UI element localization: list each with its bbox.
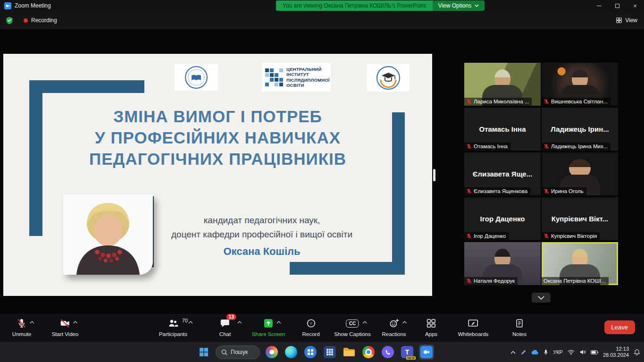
participants-label: Participants: [159, 331, 187, 337]
tray-mic-icon[interactable]: [544, 349, 548, 355]
participant-name: Ладижець Ірина Мих...: [551, 143, 608, 149]
unmute-label: Unmute: [12, 331, 31, 337]
mic-muted-icon: [544, 233, 549, 239]
notes-button[interactable]: Notes: [512, 317, 527, 337]
mic-muted-icon: [466, 278, 472, 284]
system-tray: УКР 12:13 28.03.2024: [510, 346, 640, 358]
participant-tile[interactable]: Ирина Оголь: [542, 152, 618, 195]
clock-date: 28.03.2024: [603, 352, 629, 358]
meeting-info-bar: Recording View: [0, 11, 644, 29]
view-options-button[interactable]: View Options: [433, 0, 485, 11]
security-shield-icon[interactable]: [6, 17, 13, 25]
start-video-button[interactable]: Start Video: [52, 317, 79, 337]
notes-icon: [514, 318, 525, 328]
participant-tile[interactable]: Лариса Миколаївна ...: [464, 63, 541, 106]
viber-app-button[interactable]: [380, 345, 395, 360]
reactions-button[interactable]: Reactions: [382, 317, 406, 337]
taskbar-search[interactable]: Пошук: [216, 345, 260, 359]
view-button[interactable]: View: [616, 17, 637, 24]
teams-app-button[interactable]: T NEW: [400, 345, 415, 360]
start-video-label: Start Video: [52, 331, 79, 337]
participant-tile[interactable]: Єлизавета Яще... Єлизавета Ященкова: [464, 152, 541, 195]
participants-icon: [167, 318, 179, 329]
unmute-button[interactable]: Unmute: [12, 317, 31, 337]
zoom-app-button[interactable]: [419, 345, 434, 360]
central-institute-logo: ЦЕНТРАЛЬНИЙ ІНСТИТУТ ПІСЛЯДИПЛОМНОЇ ОСВІ…: [262, 63, 331, 92]
mic-muted-icon: [466, 233, 472, 239]
recording-indicator: Recording: [24, 17, 57, 24]
edge-icon: [285, 346, 297, 358]
participant-tile[interactable]: Ігор Даценко Ігор Даценко: [464, 197, 541, 240]
search-label: Пошук: [231, 349, 248, 355]
file-explorer-button[interactable]: [342, 345, 357, 360]
chevron-up-icon: [362, 321, 367, 324]
leave-button[interactable]: Leave: [604, 320, 635, 334]
university-logo: [175, 64, 218, 91]
reactions-label: Reactions: [382, 331, 406, 337]
zoom-toolbar: Unmute Start Video 70 Participants 13 Ch…: [0, 314, 644, 342]
chevron-up-icon: [188, 321, 193, 324]
speaker-photo: [63, 194, 153, 275]
participant-name-tag: Купрієвич Вікторія: [542, 232, 600, 240]
close-button[interactable]: ×: [626, 0, 644, 11]
language-indicator[interactable]: УКР: [553, 349, 563, 355]
participant-name: Отамась Інна: [474, 143, 508, 149]
speaker-credentials: кандидат педагогічних наук, доцент кафед…: [159, 213, 365, 259]
participant-tile[interactable]: Купрієвич Вікт... Купрієвич Вікторія: [542, 197, 618, 240]
battery-icon[interactable]: [591, 350, 598, 354]
record-label: Record: [302, 331, 319, 337]
panel-resize-handle[interactable]: [433, 169, 435, 181]
institute-logo-text: ОСВІТИ: [286, 83, 330, 88]
maximize-button[interactable]: [608, 0, 626, 11]
participant-name: Ирина Оголь: [551, 188, 584, 194]
participant-name-tag: Отамась Інна: [464, 143, 510, 151]
clock-time: 12:13: [603, 346, 629, 352]
tray-chevron-up-icon[interactable]: [510, 351, 516, 354]
more-participants-button[interactable]: [532, 293, 551, 303]
calculator-app-button[interactable]: [322, 345, 337, 360]
captions-icon: CC: [346, 320, 359, 328]
minimize-icon: [597, 6, 602, 6]
whiteboards-button[interactable]: Whiteboards: [458, 317, 489, 337]
maximize-icon: [615, 4, 619, 8]
whiteboard-icon: [468, 318, 479, 329]
show-captions-label: Show Captions: [334, 331, 370, 337]
camera-off-icon: [59, 318, 71, 329]
onedrive-cloud-icon[interactable]: [531, 350, 539, 355]
minimize-button[interactable]: [590, 0, 608, 11]
taskbar-clock[interactable]: 12:13 28.03.2024: [603, 346, 629, 358]
windows-logo-icon: [199, 347, 209, 357]
apps-button[interactable]: Apps: [425, 317, 437, 337]
participant-name: Ігор Даценко: [474, 233, 506, 239]
mic-muted-icon: [544, 188, 549, 194]
participant-name: Єлизавета Ященкова: [474, 188, 527, 194]
store-app-button[interactable]: [303, 345, 318, 360]
apps-label: Apps: [425, 331, 437, 337]
show-captions-button[interactable]: CC Show Captions: [334, 317, 370, 337]
participant-tile[interactable]: Отамась Інна Отамась Інна: [464, 108, 541, 151]
notification-bell-icon[interactable]: [634, 349, 640, 355]
teams-icon: T NEW: [401, 346, 413, 358]
participant-tile[interactable]: Наталя Федорук: [464, 242, 541, 285]
participants-button[interactable]: 70 Participants: [159, 317, 187, 337]
edge-app-button[interactable]: [284, 345, 299, 360]
institute-logo-text: ПІСЛЯДИПЛОМНОЇ: [286, 77, 330, 83]
wifi-icon[interactable]: [568, 350, 575, 355]
chevron-up-icon: [30, 321, 34, 324]
mic-muted-icon: [466, 188, 472, 194]
start-button[interactable]: [196, 345, 211, 360]
store-icon: [304, 346, 317, 358]
pen-icon[interactable]: [520, 349, 527, 355]
volume-icon[interactable]: [579, 349, 586, 355]
share-screen-button[interactable]: Share Screen: [252, 317, 285, 337]
participant-tile[interactable]: Вишневська Світлан...: [542, 63, 618, 106]
participant-tile-active-speaker[interactable]: Оксана Петрівна КОШІ...: [542, 242, 618, 285]
participant-name-tag: Єлизавета Ященкова: [464, 187, 530, 195]
chrome-app-button[interactable]: [361, 345, 376, 360]
record-button[interactable]: Record: [302, 317, 319, 337]
chat-button[interactable]: 13 Chat: [219, 317, 231, 337]
viewing-banner-text: You are viewing Оксана Петрівна КОШІЛЬ's…: [276, 0, 433, 11]
photos-app-button[interactable]: [264, 345, 279, 360]
view-label: View: [625, 17, 637, 24]
participant-tile[interactable]: Ладижець Ірин... Ладижець Ірина Мих...: [542, 108, 618, 151]
